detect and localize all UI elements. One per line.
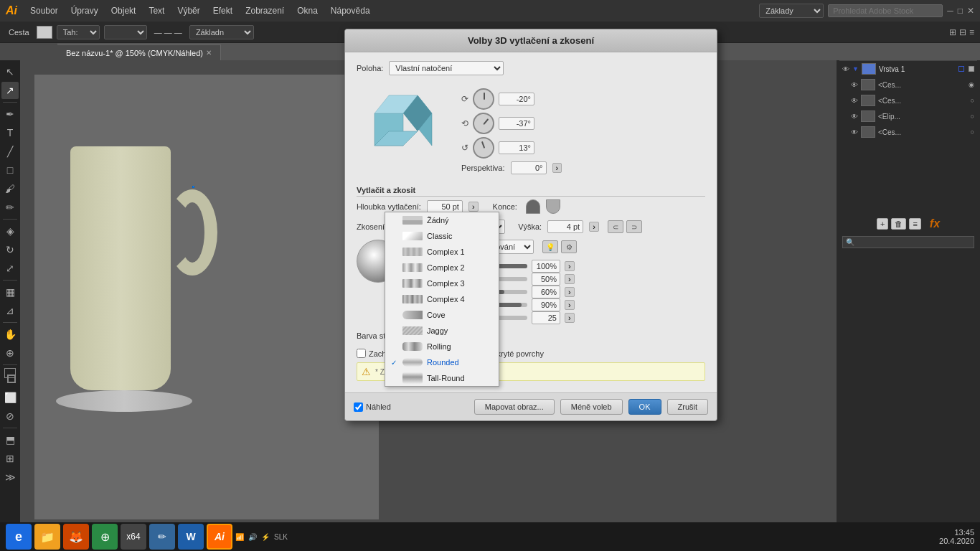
rotation-x-icon: ⟳ — [461, 94, 468, 104]
lighting-btn2[interactable]: ⚙ — [561, 240, 577, 253]
perspective-label: Perspektiva: — [461, 164, 505, 172]
bevel-preview-jaggy — [402, 326, 423, 335]
rotation-x-dial[interactable] — [473, 88, 494, 110]
ambient-input[interactable] — [532, 260, 560, 273]
bevel-preview-rounded — [402, 358, 423, 367]
bevel-preview-zadny — [402, 216, 423, 225]
position-row: Poloha: Vlastní natočení — [357, 61, 705, 75]
bevel-option-rounded[interactable]: ✓ Rounded — [385, 354, 499, 370]
ai-icon: Ai — [215, 531, 225, 542]
highlight-input[interactable] — [532, 298, 560, 311]
position-label: Poloha: — [357, 64, 383, 72]
tray-network-icon: 📶 — [235, 533, 244, 541]
taskbar: e 📁 🦊 ⊕ x64 ✏ W Ai 📶 🔊 ⚡ SLK 13:45 20.4.… — [0, 522, 980, 551]
bevel-option-rolling[interactable]: Rolling — [385, 339, 499, 354]
taskbar-chrome[interactable]: ⊕ — [92, 524, 118, 550]
warning-icon: ⚠ — [362, 366, 371, 377]
ie-icon: e — [15, 529, 22, 545]
word-icon: W — [186, 531, 195, 542]
bevel-option-cove[interactable]: Cove — [385, 307, 499, 323]
tray-volume-icon: 🔊 — [248, 533, 257, 541]
caps-label: Konce: — [493, 202, 517, 211]
fewer-options-button[interactable]: Méně voleb — [560, 399, 623, 415]
taskbar-ie[interactable]: e — [6, 524, 32, 550]
bevel-label-complex1: Complex 1 — [427, 248, 465, 256]
bevel-preview-tallround — [402, 372, 423, 384]
shine-arrow[interactable]: › — [565, 287, 575, 297]
bevel-inside-btn[interactable]: ⊂ — [608, 220, 623, 233]
preview-check-row: Náhled — [354, 402, 468, 412]
map-art-button[interactable]: Mapovat obraz... — [474, 399, 555, 415]
rotation-z-icon: ↺ — [461, 143, 468, 153]
bevel-option-complex4[interactable]: Complex 4 — [385, 291, 499, 307]
rotation-z-input[interactable] — [499, 141, 534, 154]
bevel-preview-complex3 — [402, 279, 423, 288]
cancel-button[interactable]: Zrušit — [667, 399, 709, 415]
taskbar-pencil[interactable]: ✏ — [149, 524, 175, 550]
tray-slk: SLK — [274, 533, 288, 541]
highlight-arrow[interactable]: › — [565, 300, 575, 310]
bevel-check-rounded: ✓ — [391, 359, 398, 367]
dialog-title: Volby 3D vytlačení a zkosení — [345, 29, 717, 52]
preview-rotation-area: ⟳ ⟲ ↺ Perspektiva: — [357, 81, 705, 180]
bevel-label-complex4: Complex 4 — [427, 295, 465, 303]
taskbar-clock: 13:45 20.4.2020 — [939, 528, 974, 545]
rotation-z-dial[interactable] — [470, 134, 497, 161]
bevel-label-classic: Classic — [427, 232, 452, 240]
rotation-x-input[interactable] — [499, 93, 534, 105]
blend-arrow[interactable]: › — [565, 313, 575, 323]
dialog-overlay: Volby 3D vytlačení a zkosení Poloha: Vla… — [0, 0, 980, 551]
bevel-preview-classic — [402, 232, 423, 240]
bevel-option-complex2[interactable]: Complex 2 — [385, 260, 499, 276]
perspective-row: Perspektiva: › — [461, 161, 562, 174]
bevel-height-arrow[interactable]: › — [589, 222, 599, 232]
bevel-label-rolling: Rolling — [427, 342, 451, 351]
perspective-arrow[interactable]: › — [552, 163, 562, 173]
bevel-label-complex3: Complex 3 — [427, 279, 465, 288]
perspective-input[interactable] — [511, 161, 547, 174]
shine-input[interactable] — [532, 286, 560, 298]
taskbar-firefox[interactable]: 🦊 — [63, 524, 89, 550]
bevel-option-tallround[interactable]: Tall-Round — [385, 370, 499, 386]
rotation-x-row: ⟳ — [461, 88, 562, 110]
chrome-icon: ⊕ — [100, 530, 110, 544]
cube-preview-container — [357, 81, 450, 174]
caps-flat-btn[interactable] — [546, 199, 560, 214]
bevel-option-complex1[interactable]: Complex 1 — [385, 244, 499, 260]
rotation-y-dial[interactable] — [468, 108, 499, 138]
taskbar-tray: 📶 🔊 ⚡ SLK — [235, 533, 288, 541]
bevel-label-tallround: Tall-Round — [427, 374, 465, 382]
bevel-preview-rolling — [402, 342, 423, 351]
preserve-colors-checkbox[interactable] — [357, 349, 366, 358]
taskbar-word[interactable]: W — [178, 524, 204, 550]
preview-checkbox[interactable] — [354, 402, 363, 412]
bevel-label: Zkosení — [357, 222, 385, 231]
x64-icon: x64 — [126, 532, 140, 542]
bevel-option-zadny[interactable]: Žádný — [385, 212, 499, 228]
extrude-section-title: Vytlačit a zkosit — [357, 186, 705, 197]
taskbar-ai[interactable]: Ai — [207, 524, 232, 550]
bevel-option-jaggy[interactable]: Jaggy — [385, 323, 499, 339]
bevel-option-complex3[interactable]: Complex 3 — [385, 276, 499, 291]
taskbar-files[interactable]: 📁 — [34, 524, 60, 550]
position-select[interactable]: Vlastní natočení — [389, 61, 504, 75]
pencil-icon: ✏ — [158, 531, 166, 542]
lighting-btn1[interactable]: 💡 — [542, 240, 558, 253]
bevel-option-classic[interactable]: Classic — [385, 228, 499, 244]
bevel-outside-btn[interactable]: ⊃ — [626, 220, 642, 233]
blend-input[interactable] — [532, 311, 560, 324]
depth-arrow[interactable]: › — [468, 202, 479, 212]
diffuse-input[interactable] — [532, 273, 560, 286]
cube-svg — [357, 81, 450, 174]
tray-battery-icon: ⚡ — [261, 533, 270, 541]
bevel-label-cove: Cove — [427, 311, 446, 319]
bevel-height-input[interactable] — [547, 220, 583, 233]
diffuse-arrow[interactable]: › — [565, 274, 575, 284]
taskbar-x64[interactable]: x64 — [121, 524, 146, 550]
bevel-preview-complex2 — [402, 263, 423, 272]
rotation-y-input[interactable] — [499, 117, 534, 130]
ok-button[interactable]: OK — [628, 399, 661, 415]
bevel-preview-complex1 — [402, 248, 423, 256]
caps-round-btn[interactable] — [526, 199, 540, 214]
ambient-arrow[interactable]: › — [565, 261, 575, 271]
